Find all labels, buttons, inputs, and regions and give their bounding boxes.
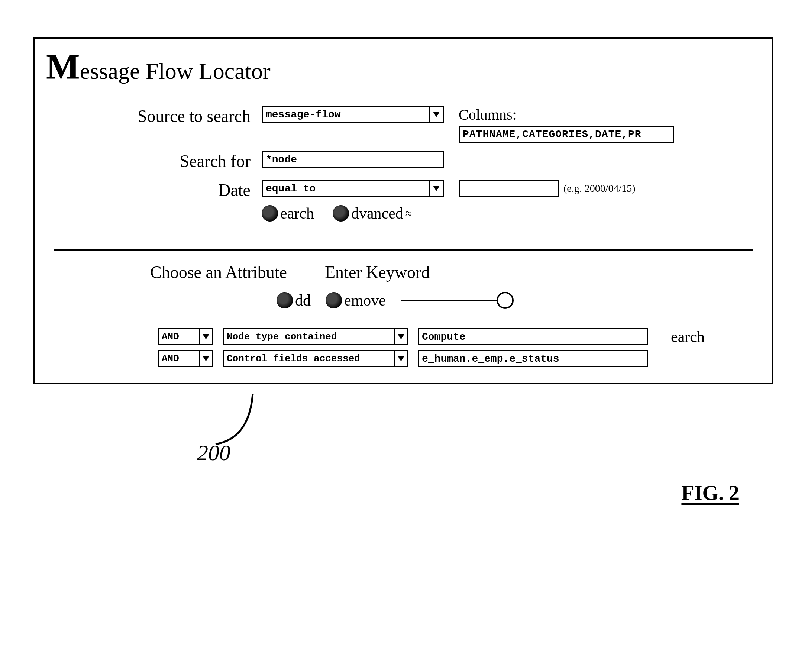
dropdown-icon — [429, 181, 443, 196]
advanced-button[interactable]: dvanced ≈ — [333, 205, 412, 222]
advanced-headers: Choose an Attribute Enter Keyword — [46, 262, 760, 282]
header-enter-keyword: Enter Keyword — [325, 262, 430, 282]
svg-marker-5 — [398, 356, 405, 361]
svg-marker-1 — [433, 186, 440, 191]
slider-track — [401, 299, 497, 301]
keyword-input[interactable]: e_human.e_emp.e_status — [418, 350, 648, 367]
svg-marker-2 — [203, 334, 209, 339]
callout-number: 200 — [197, 440, 230, 466]
advanced-toggle-icon: ≈ — [405, 206, 412, 221]
svg-marker-0 — [433, 112, 440, 117]
slider-knob[interactable] — [497, 292, 513, 309]
columns-input[interactable]: PATHNAME,CATEGORIES,DATE,PR — [459, 126, 674, 143]
button-icon — [333, 205, 349, 221]
dropdown-icon — [429, 107, 443, 122]
label-columns: Columns: — [459, 106, 674, 123]
attribute-select[interactable]: Node type contained — [222, 328, 408, 345]
advanced-row-1: AND Node type contained Compute earch — [46, 328, 760, 346]
search-for-input[interactable]: *node — [262, 151, 444, 168]
button-icon — [262, 205, 278, 221]
dropdown-icon — [394, 329, 407, 344]
attribute-select[interactable]: Control fields accessed — [222, 350, 408, 367]
advanced-section: Choose an Attribute Enter Keyword dd emo… — [35, 262, 772, 383]
dropdown-icon — [199, 329, 212, 344]
logic-operator-select[interactable]: AND — [158, 328, 213, 345]
label-date: Date — [46, 180, 262, 201]
source-to-search-select[interactable]: message-flow — [262, 106, 444, 123]
dropdown-icon — [199, 351, 212, 366]
basic-buttons: earch dvanced ≈ — [262, 205, 444, 222]
add-button[interactable]: dd — [277, 291, 311, 309]
logic-operator-select[interactable]: AND — [158, 350, 213, 367]
add-remove-row: dd emove — [46, 291, 760, 309]
date-input[interactable] — [459, 180, 559, 197]
header-choose-attribute: Choose an Attribute — [150, 262, 325, 282]
date-operator-select[interactable]: equal to — [262, 180, 444, 197]
label-source-to-search: Source to search — [46, 106, 262, 127]
basic-search-form: Source to search message-flow Columns: P… — [35, 106, 772, 242]
row-date: Date equal to earch dvanced ≈ — [46, 180, 760, 222]
svg-marker-3 — [398, 334, 405, 339]
app-title: Message Flow Locator — [35, 38, 772, 106]
button-icon — [326, 292, 342, 309]
slider[interactable] — [401, 292, 513, 309]
remove-button[interactable]: emove — [326, 291, 386, 309]
keyword-input[interactable]: Compute — [418, 328, 648, 345]
svg-marker-4 — [203, 356, 209, 361]
button-icon — [277, 292, 293, 309]
figure-label: FIG. 2 — [11, 481, 784, 505]
search-button-advanced[interactable]: earch — [669, 328, 705, 346]
title-dropcap: M — [46, 47, 80, 86]
divider — [53, 249, 753, 251]
app-window: Message Flow Locator Source to search me… — [34, 37, 773, 384]
dropdown-icon — [394, 351, 407, 366]
row-search-for: Search for *node — [46, 151, 760, 172]
advanced-row-2: AND Control fields accessed e_human.e_em… — [46, 350, 760, 367]
row-source: Source to search message-flow Columns: P… — [46, 106, 760, 143]
figure-callout: 200 — [11, 399, 784, 474]
label-search-for: Search for — [46, 151, 262, 172]
date-hint: (e.g. 2000/04/15) — [563, 182, 635, 194]
search-button[interactable]: earch — [262, 205, 314, 222]
